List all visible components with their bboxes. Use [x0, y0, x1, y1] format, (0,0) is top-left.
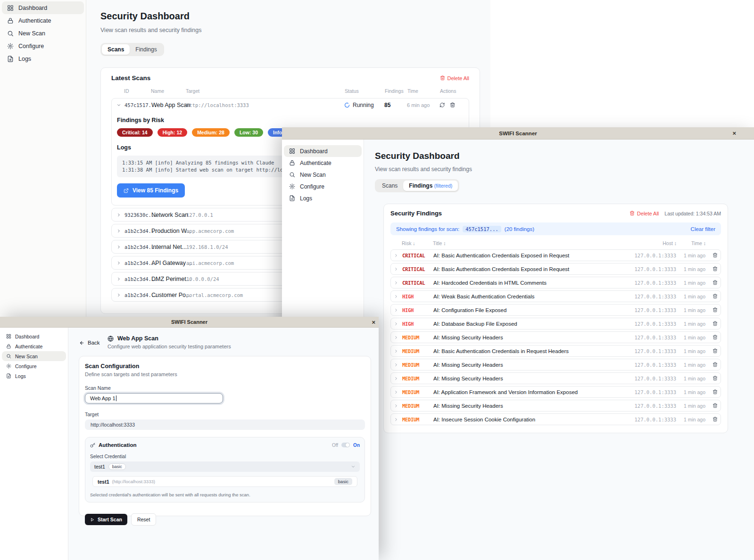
sidebar-item-authenticate[interactable]: Authenticate [284, 157, 362, 169]
trash-icon[interactable] [705, 253, 718, 258]
sidebar-item-dashboard[interactable]: Dashboard [2, 1, 84, 14]
chevron-right-icon[interactable] [116, 277, 124, 281]
findings-rows: CRITICAL AI: Basic Authentication Creden… [390, 249, 721, 425]
credential-option[interactable]: test1 (http://localhost:3333) basic [92, 476, 357, 487]
clear-filter-link[interactable]: Clear filter [691, 226, 715, 232]
column-time[interactable]: Time ↕ [677, 240, 706, 246]
finding-row[interactable]: MEDIUM AI: Missing Security Headers 127.… [390, 400, 721, 412]
window-titlebar[interactable]: SWIFI Scanner × [282, 127, 754, 140]
chevron-right-icon[interactable] [394, 362, 402, 367]
scan-id: a1b2c3d4... [124, 244, 151, 250]
auth-toggle[interactable] [341, 443, 350, 447]
chevron-down-icon[interactable] [116, 103, 124, 107]
finding-row[interactable]: MEDIUM AI: Insecure Session Cookie Confi… [390, 413, 721, 425]
refresh-icon[interactable] [439, 102, 445, 108]
chevron-right-icon[interactable] [394, 376, 402, 381]
toggle-off-label[interactable]: Off [332, 443, 338, 448]
sidebar-item-configure[interactable]: Configure [284, 181, 362, 192]
trash-icon[interactable] [705, 389, 718, 395]
close-icon[interactable]: × [732, 127, 736, 139]
scan-config-content: Back Web App Scan Configure web applicat… [68, 328, 379, 560]
scan-name-label: Scan Name [85, 385, 365, 391]
chevron-right-icon[interactable] [116, 293, 124, 297]
finding-risk: CRITICAL [402, 280, 433, 286]
tab-findings[interactable]: Findings (filtered) [403, 181, 458, 191]
sidebar-item-logs[interactable]: Logs [284, 192, 362, 204]
chevron-right-icon[interactable] [394, 417, 402, 422]
sidebar-item-new-scan[interactable]: New Scan [284, 169, 362, 181]
sidebar-item-new-scan[interactable]: New Scan [2, 351, 66, 361]
tab-findings[interactable]: Findings [130, 44, 162, 55]
chevron-right-icon[interactable] [394, 390, 402, 395]
toggle-on-label[interactable]: On [353, 443, 360, 448]
chevron-right-icon[interactable] [116, 213, 124, 217]
file-icon [7, 56, 14, 62]
tab-scans[interactable]: Scans [102, 44, 130, 55]
chevron-right-icon[interactable] [394, 404, 402, 408]
sidebar-item-new-scan[interactable]: New Scan [2, 27, 84, 40]
column-risk[interactable]: Risk ↓ [402, 240, 433, 246]
sidebar-item-logs[interactable]: Logs [2, 371, 66, 381]
trash-icon[interactable] [705, 348, 718, 354]
finding-row[interactable]: CRITICAL AI: Basic Authentication Creden… [390, 263, 721, 275]
trash-icon[interactable] [705, 280, 718, 285]
credential-select[interactable]: test1 basic [90, 461, 360, 472]
scan-row[interactable]: 457c1517... Web App Scan http://localhos… [112, 99, 469, 111]
back-button[interactable]: Back [79, 340, 100, 346]
sidebar-item-authenticate[interactable]: Authenticate [2, 341, 66, 351]
delete-all-button[interactable]: Delete All [440, 75, 469, 81]
chevron-right-icon[interactable] [394, 267, 402, 272]
chevron-right-icon[interactable] [394, 349, 402, 354]
finding-row[interactable]: CRITICAL AI: Hardcoded Credentials in HT… [390, 277, 721, 288]
finding-row[interactable]: MEDIUM AI: Basic Authentication Credenti… [390, 345, 721, 357]
finding-row[interactable]: MEDIUM AI: Missing Security Headers 127.… [390, 331, 721, 343]
sidebar-item-dashboard[interactable]: Dashboard [2, 331, 66, 341]
chevron-right-icon[interactable] [116, 229, 124, 233]
trash-icon[interactable] [705, 362, 718, 367]
sidebar-item-logs[interactable]: Logs [2, 52, 84, 65]
reset-button[interactable]: Reset [131, 513, 156, 526]
scan-type-title: Web App Scan [117, 335, 158, 342]
finding-row[interactable]: HIGH AI: Weak Basic Authentication Crede… [390, 290, 721, 302]
chevron-right-icon[interactable] [394, 294, 402, 299]
start-scan-button[interactable]: Start Scan [85, 514, 127, 525]
chevron-right-icon[interactable] [394, 253, 402, 258]
trash-icon[interactable] [705, 376, 718, 381]
finding-row[interactable]: HIGH AI: Configuration File Exposed 127.… [390, 304, 721, 316]
chevron-right-icon[interactable] [394, 321, 402, 326]
tab-scans[interactable]: Scans [376, 181, 403, 191]
window-title: SWIFI Scanner [499, 131, 537, 136]
column-host[interactable]: Host ↕ [630, 240, 677, 246]
sidebar-item-dashboard[interactable]: Dashboard [284, 145, 362, 157]
scan-name-input[interactable]: Web App 1 [85, 393, 223, 404]
finding-row[interactable]: MEDIUM AI: Missing Security Headers 127.… [390, 372, 721, 384]
chevron-right-icon[interactable] [116, 245, 124, 249]
trash-icon[interactable] [705, 335, 718, 340]
window-titlebar[interactable]: SWIFI Scanner × [0, 317, 379, 328]
trash-icon[interactable] [705, 321, 718, 326]
trash-icon[interactable] [705, 294, 718, 299]
finding-row[interactable]: MEDIUM AI: Application Framework and Ver… [390, 386, 721, 398]
delete-all-button[interactable]: Delete All [630, 211, 659, 216]
trash-icon[interactable] [705, 307, 718, 313]
finding-row[interactable]: MEDIUM AI: Missing Security Headers 127.… [390, 359, 721, 371]
finding-row[interactable]: HIGH AI: Database Backup File Exposed 12… [390, 318, 721, 329]
column-title[interactable]: Title ↕ [433, 240, 630, 246]
chevron-right-icon[interactable] [394, 280, 402, 285]
trash-icon[interactable] [705, 403, 718, 408]
target-input[interactable]: http://localhost:3333 [85, 420, 365, 430]
trash-icon[interactable] [450, 102, 456, 108]
trash-icon[interactable] [705, 266, 718, 272]
chevron-right-icon[interactable] [394, 335, 402, 340]
view-findings-button[interactable]: View 85 Findings [117, 183, 185, 198]
chevron-right-icon[interactable] [394, 308, 402, 313]
finding-host: 127.0.0.1:3333 [629, 294, 676, 299]
sidebar-item-configure[interactable]: Configure [2, 361, 66, 371]
sidebar-item-configure[interactable]: Configure [2, 40, 84, 52]
finding-row[interactable]: CRITICAL AI: Basic Authentication Creden… [390, 249, 721, 261]
sidebar-item-authenticate[interactable]: Authenticate [2, 14, 84, 27]
close-icon[interactable]: × [372, 317, 375, 327]
chevron-right-icon[interactable] [116, 261, 124, 265]
trash-icon[interactable] [705, 417, 718, 422]
chevron-down-icon [351, 464, 356, 469]
